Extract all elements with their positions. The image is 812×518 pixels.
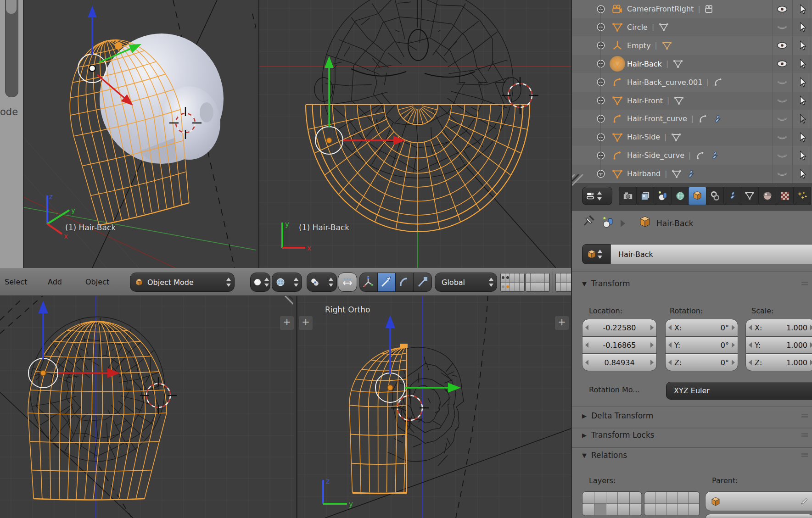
layer-toggle[interactable] bbox=[689, 504, 700, 516]
layer-toggle[interactable] bbox=[510, 273, 515, 283]
scale-z-field[interactable]: Z:1.000 bbox=[745, 354, 812, 371]
menu-add[interactable]: Add bbox=[48, 268, 62, 295]
outliner-item-name[interactable]: Empty bbox=[627, 41, 651, 50]
layer-toggle[interactable] bbox=[556, 283, 561, 292]
relations-layers-grid-2[interactable] bbox=[644, 491, 700, 516]
layers-grid-clipped[interactable] bbox=[555, 273, 572, 292]
selectability-toggle[interactable] bbox=[793, 165, 812, 183]
parent-selector[interactable] bbox=[705, 491, 812, 511]
visibility-toggle[interactable] bbox=[773, 73, 791, 91]
tab-world[interactable] bbox=[671, 187, 689, 205]
selectability-toggle[interactable] bbox=[793, 92, 812, 110]
viewport-front-ortho[interactable] bbox=[0, 295, 294, 518]
outliner-row-hair-back[interactable]: Hair-Back| bbox=[572, 55, 812, 73]
layer-toggle[interactable] bbox=[655, 504, 666, 516]
shading-selector[interactable] bbox=[250, 273, 270, 292]
outliner-row-empty[interactable]: Empty| bbox=[572, 37, 812, 55]
visibility-toggle[interactable] bbox=[773, 55, 791, 73]
viewport-top-ortho[interactable]: yx(1) Hair-Back bbox=[258, 0, 572, 268]
region-expand-button[interactable]: + bbox=[554, 316, 569, 330]
outliner-item-name[interactable]: CameraFrontRight bbox=[627, 5, 694, 13]
selectability-toggle[interactable] bbox=[793, 55, 812, 73]
layer-toggle[interactable] bbox=[594, 492, 606, 504]
rotation-mode-selector[interactable]: XYZ Euler bbox=[666, 382, 812, 400]
layer-toggle[interactable] bbox=[510, 283, 515, 292]
outliner-row-hair-front[interactable]: Hair-Front| bbox=[572, 92, 812, 110]
tab-constraints[interactable] bbox=[706, 187, 724, 205]
region-resize-handle[interactable] bbox=[277, 296, 293, 312]
location-y-field[interactable]: -0.16865 bbox=[582, 336, 657, 354]
visibility-toggle[interactable] bbox=[773, 165, 791, 183]
layer-toggle[interactable] bbox=[540, 273, 545, 283]
visibility-toggle[interactable] bbox=[773, 110, 791, 128]
rotation-z-field[interactable]: Z:0° bbox=[665, 354, 738, 371]
scale-x-field[interactable]: X:1.000 bbox=[745, 319, 812, 336]
region-expand-button[interactable]: + bbox=[280, 316, 294, 330]
expand-icon[interactable] bbox=[596, 59, 606, 69]
manipulator-toggle[interactable] bbox=[338, 273, 357, 292]
transform-panel-header[interactable]: ▼Transform bbox=[582, 279, 630, 288]
panel-drag-icon[interactable] bbox=[801, 433, 808, 434]
selectability-toggle[interactable] bbox=[793, 0, 812, 18]
rotation-y-field[interactable]: Y:0° bbox=[665, 336, 738, 354]
visibility-toggle[interactable] bbox=[773, 146, 791, 164]
pivot-selector[interactable] bbox=[307, 273, 337, 292]
viewport-perspective[interactable]: zyx(1) Hair-Back bbox=[24, 0, 256, 268]
layer-toggle[interactable] bbox=[501, 273, 505, 283]
outliner-row-hair-side[interactable]: Hair-Side| bbox=[572, 128, 812, 146]
tab-particles[interactable] bbox=[793, 187, 811, 205]
outliner-row-hair-front_curve[interactable]: Hair-Front_curve| bbox=[572, 110, 812, 128]
layer-toggle[interactable] bbox=[545, 283, 549, 292]
layer-toggle[interactable] bbox=[501, 283, 505, 292]
outliner-item-name[interactable]: Hair-Back_curve.001 bbox=[627, 78, 702, 87]
visibility-toggle[interactable] bbox=[773, 18, 791, 36]
layer-toggle[interactable] bbox=[531, 273, 535, 283]
selectability-toggle[interactable] bbox=[793, 128, 812, 146]
orientation-selector[interactable]: Global bbox=[435, 273, 497, 292]
layer-toggle[interactable] bbox=[531, 283, 535, 292]
layer-toggle[interactable] bbox=[515, 283, 520, 292]
tab-render-layers[interactable] bbox=[636, 187, 654, 205]
layer-toggle[interactable] bbox=[618, 492, 630, 504]
transform-locks-panel-header[interactable]: ▶Transform Locks bbox=[582, 430, 655, 440]
id-type-button[interactable] bbox=[582, 244, 611, 264]
layer-toggle[interactable] bbox=[606, 492, 618, 504]
tab-material[interactable] bbox=[758, 187, 776, 205]
tab-render[interactable] bbox=[619, 187, 637, 205]
layer-toggle[interactable] bbox=[535, 283, 540, 292]
layer-toggle[interactable] bbox=[606, 504, 618, 516]
manipulator-rotate-button[interactable] bbox=[395, 273, 414, 292]
expand-icon[interactable] bbox=[596, 169, 606, 179]
visibility-toggle[interactable] bbox=[773, 128, 791, 146]
mode-selector[interactable]: Object Mode bbox=[130, 273, 235, 292]
layer-toggle[interactable] bbox=[678, 504, 689, 516]
expand-icon[interactable] bbox=[596, 114, 606, 124]
layer-toggle[interactable] bbox=[582, 504, 594, 516]
selectability-toggle[interactable] bbox=[793, 37, 812, 55]
layer-toggle[interactable] bbox=[561, 283, 566, 292]
expand-icon[interactable] bbox=[596, 132, 606, 142]
manipulator-axes-button[interactable] bbox=[359, 273, 378, 292]
layer-toggle[interactable] bbox=[630, 504, 642, 516]
layer-toggle[interactable] bbox=[520, 283, 524, 292]
layer-toggle[interactable] bbox=[526, 273, 531, 283]
layer-toggle[interactable] bbox=[630, 492, 642, 504]
outliner-row-circle[interactable]: Circle| bbox=[572, 18, 812, 36]
tab-object[interactable] bbox=[689, 187, 706, 205]
selectability-toggle[interactable] bbox=[793, 18, 812, 36]
selectability-toggle[interactable] bbox=[793, 110, 812, 128]
layer-toggle[interactable] bbox=[644, 492, 655, 504]
layer-toggle[interactable] bbox=[526, 283, 531, 292]
layers-grid-1[interactable] bbox=[500, 273, 525, 292]
selectability-toggle[interactable] bbox=[793, 146, 812, 164]
scale-y-field[interactable]: Y:1.000 bbox=[745, 336, 812, 354]
viewport-right-ortho[interactable]: zyRight Ortho bbox=[296, 295, 572, 518]
tool-shelf-scrollbar[interactable] bbox=[5, 0, 18, 97]
menu-object[interactable]: Object bbox=[85, 268, 109, 295]
relations-layers-grid-1[interactable] bbox=[582, 491, 642, 516]
layers-grid-2[interactable] bbox=[526, 273, 550, 292]
layer-toggle[interactable] bbox=[545, 273, 549, 283]
region-expand-button[interactable]: + bbox=[298, 316, 313, 330]
drawtype-selector[interactable] bbox=[272, 273, 302, 292]
expand-icon[interactable] bbox=[596, 95, 606, 106]
